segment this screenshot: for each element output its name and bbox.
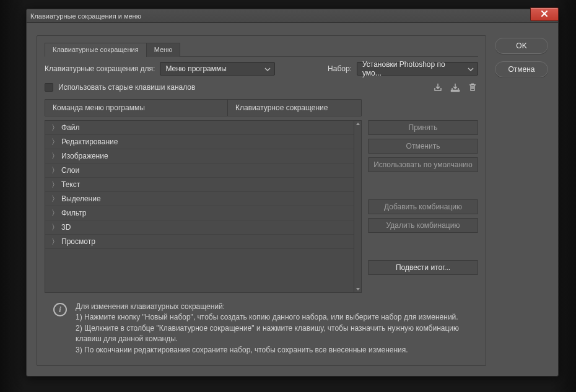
- summarize-button[interactable]: Подвести итог...: [368, 260, 478, 275]
- info-icon: i: [53, 303, 67, 316]
- tree-item-select[interactable]: 〉Выделение: [45, 192, 354, 206]
- column-headers: Команда меню программы Клавиатурное сокр…: [45, 99, 362, 116]
- expand-icon: 〉: [51, 151, 56, 162]
- set-value: Установки Photoshop по умо...: [362, 60, 465, 77]
- tree-item-image[interactable]: 〉Изображение: [45, 149, 354, 163]
- scroll-up-icon[interactable]: [355, 121, 360, 127]
- save-set-icon[interactable]: [432, 82, 443, 93]
- legacy-channels-checkbox[interactable]: [45, 83, 53, 92]
- window-title: Клавиатурные сокращения и меню: [30, 12, 141, 20]
- tree-item-3d[interactable]: 〉3D: [45, 220, 354, 235]
- dialog-keyboard-shortcuts: Клавиатурные сокращения и меню Клавиатур…: [26, 9, 559, 377]
- action-buttons: Принять Отменить Использовать по умолчан…: [368, 120, 478, 293]
- expand-icon: 〉: [51, 237, 56, 247]
- expand-icon: 〉: [51, 180, 56, 190]
- info-text: Для изменения клавиатурных сокращений: 1…: [76, 302, 473, 355]
- set-select[interactable]: Установки Photoshop по умо...: [357, 62, 478, 76]
- expand-icon: 〉: [51, 208, 56, 219]
- tab-shortcuts[interactable]: Клавиатурные сокращения: [45, 43, 147, 57]
- shortcuts-for-label: Клавиатурные сокращения для:: [45, 64, 155, 73]
- tree-item-filter[interactable]: 〉Фильтр: [45, 206, 354, 220]
- accept-button[interactable]: Принять: [368, 120, 478, 135]
- command-tree[interactable]: 〉Файл 〉Редактирование 〉Изображение 〉Слои…: [45, 120, 362, 293]
- delete-combo-button[interactable]: Удалить комбинацию: [368, 218, 478, 233]
- close-icon: [541, 10, 548, 19]
- set-label: Набор:: [328, 64, 352, 73]
- tree-item-file[interactable]: 〉Файл: [45, 121, 354, 135]
- ok-button[interactable]: OK: [495, 38, 548, 54]
- dialog-side-buttons: OK Отмена: [495, 35, 548, 366]
- cancel-button[interactable]: Отмена: [495, 61, 548, 77]
- tree-item-layers[interactable]: 〉Слои: [45, 163, 354, 178]
- expand-icon: 〉: [51, 165, 56, 176]
- col-shortcut: Клавиатурное сокращение: [228, 103, 335, 112]
- shortcuts-for-select[interactable]: Меню программы: [160, 62, 275, 76]
- titlebar[interactable]: Клавиатурные сокращения и меню: [27, 9, 558, 23]
- expand-icon: 〉: [51, 137, 56, 147]
- undo-button[interactable]: Отменить: [368, 139, 478, 154]
- legacy-channels-label: Использовать старые клавиши каналов: [58, 83, 195, 92]
- info-panel: i Для изменения клавиатурных сокращений:…: [45, 293, 478, 358]
- tree-scrollbar[interactable]: [354, 121, 361, 292]
- expand-icon: 〉: [51, 123, 56, 133]
- tree-item-edit[interactable]: 〉Редактирование: [45, 135, 354, 149]
- chevron-down-icon: [468, 66, 474, 74]
- expand-icon: 〉: [51, 222, 56, 233]
- scroll-down-icon[interactable]: [355, 286, 360, 292]
- add-combo-button[interactable]: Добавить комбинацию: [368, 199, 478, 214]
- main-panel: Клавиатурные сокращения Меню Клавиатурны…: [37, 35, 486, 366]
- trash-icon[interactable]: [467, 82, 478, 93]
- tree-item-view[interactable]: 〉Просмотр: [45, 235, 354, 249]
- close-button[interactable]: [530, 7, 559, 21]
- use-default-button[interactable]: Использовать по умолчанию: [368, 157, 478, 172]
- expand-icon: 〉: [51, 194, 56, 204]
- shortcuts-for-value: Меню программы: [165, 64, 226, 73]
- tab-bar: Клавиатурные сокращения Меню: [45, 42, 478, 57]
- tab-menus[interactable]: Меню: [146, 43, 181, 57]
- col-command: Команда меню программы: [45, 100, 228, 116]
- chevron-down-icon: [264, 66, 271, 74]
- tree-item-type[interactable]: 〉Текст: [45, 178, 354, 192]
- new-set-icon[interactable]: [450, 82, 461, 93]
